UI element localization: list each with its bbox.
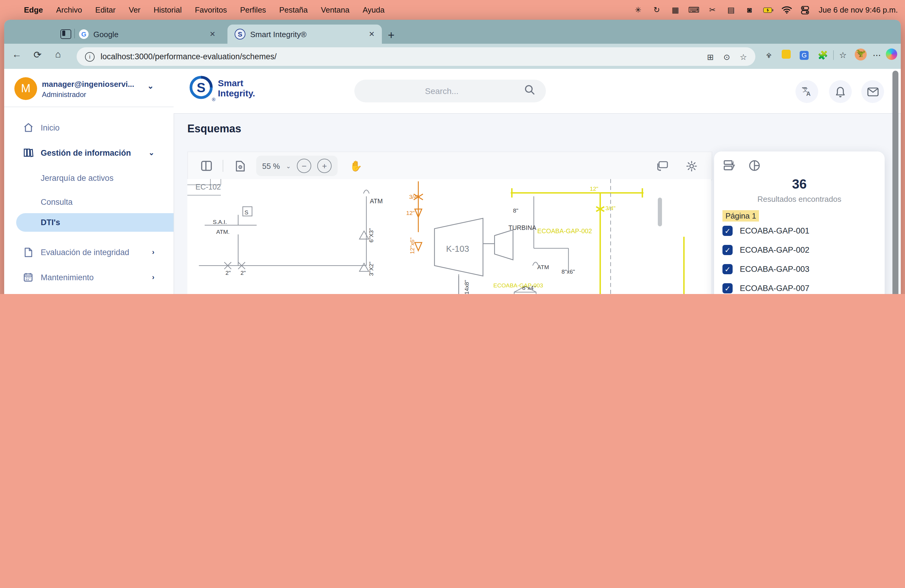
profile-avatar[interactable]: 🦖 bbox=[855, 49, 867, 60]
sidebar-item-consulta[interactable]: Consulta bbox=[4, 193, 173, 211]
reload-icon[interactable]: ⟳ bbox=[33, 49, 41, 60]
favorites-list-icon[interactable]: ☆ bbox=[839, 50, 847, 60]
control-center-icon[interactable] bbox=[800, 5, 810, 15]
sidebar-item-gesti-n-de-informaci-n[interactable]: Gestión de información⌄ bbox=[4, 144, 173, 162]
global-search-input[interactable]: Search... bbox=[354, 79, 546, 102]
user-menu-chevron-icon[interactable]: ⌄ bbox=[147, 81, 154, 91]
home-icon[interactable]: ⌂ bbox=[55, 49, 61, 60]
sidebar-item-evaluaci-n-de-integridad[interactable]: Evaluación de integridad› bbox=[4, 243, 173, 261]
wifi-icon[interactable] bbox=[781, 5, 792, 15]
zoom-level[interactable]: 55 % bbox=[262, 161, 280, 170]
tab-overview-icon[interactable] bbox=[60, 29, 71, 39]
pid-diagram-canvas[interactable]: EC-102ATMS.A.I.ATM.S2"2"6"X3"3"X2"3/4"12… bbox=[187, 179, 711, 294]
diagram-label: K-103 bbox=[446, 244, 469, 254]
panel-toggle-icon[interactable] bbox=[201, 161, 212, 171]
sidebar-item-dti-s[interactable]: DTI's bbox=[4, 213, 173, 231]
comments-icon[interactable] bbox=[657, 161, 668, 171]
scheme-list-icon[interactable] bbox=[724, 160, 736, 174]
diagram-label: 2" bbox=[241, 270, 246, 276]
menu-item-ventana[interactable]: Ventana bbox=[321, 5, 349, 14]
search-placeholder: Search... bbox=[425, 86, 459, 96]
scissors-icon[interactable]: ✂ bbox=[707, 5, 718, 15]
new-tab-button[interactable]: + bbox=[388, 29, 394, 42]
menu-item-historial[interactable]: Historial bbox=[154, 5, 182, 14]
svg-text:®: ® bbox=[212, 97, 216, 102]
extensions-puzzle-icon[interactable]: 🧩 bbox=[818, 50, 828, 60]
pan-hand-icon[interactable]: ✋ bbox=[349, 160, 362, 172]
back-icon[interactable]: ← bbox=[12, 49, 22, 60]
notifications-button[interactable] bbox=[829, 80, 852, 103]
menubar-clock[interactable]: Jue 6 de nov 9:46 p.m. bbox=[819, 5, 898, 14]
zoom-out-button[interactable]: − bbox=[297, 159, 311, 173]
tab-google[interactable]: G Google ✕ bbox=[72, 25, 223, 44]
assistant-icon[interactable]: ↻ bbox=[651, 5, 662, 15]
menu-item-perfiles[interactable]: Perfiles bbox=[240, 5, 266, 14]
books-icon bbox=[23, 148, 33, 157]
chevron-right-icon: › bbox=[152, 248, 154, 256]
svg-text:A: A bbox=[806, 90, 810, 97]
diagram-label: 3/4" bbox=[605, 205, 616, 211]
result-row[interactable]: ✓ECOABA-GAP-007 bbox=[722, 283, 810, 293]
sidebar-item-label: Evaluación de integridad bbox=[41, 248, 129, 257]
menu-item-ayuda[interactable]: Ayuda bbox=[363, 5, 384, 14]
menu-item-ver[interactable]: Ver bbox=[129, 5, 140, 14]
menu-item-editar[interactable]: Editar bbox=[95, 5, 116, 14]
camera-icon[interactable]: ◙ bbox=[744, 5, 754, 15]
clipboard-icon[interactable]: ▤ bbox=[726, 5, 736, 15]
sidebar-item-indicadores[interactable]: Indicadores› bbox=[4, 293, 173, 294]
toolbar-divider bbox=[833, 50, 834, 60]
extension-1-icon[interactable]: 🜍 bbox=[765, 50, 773, 60]
zoom-in-button[interactable]: + bbox=[317, 159, 332, 173]
address-bar[interactable]: i localhost:3000/performance-evaluation/… bbox=[76, 47, 755, 66]
more-circle-icon[interactable]: ⊙ bbox=[723, 52, 730, 61]
copilot-icon[interactable] bbox=[886, 49, 897, 60]
search-icon[interactable] bbox=[524, 84, 535, 98]
openai-icon[interactable]: ✳ bbox=[633, 5, 643, 15]
menu-item-pestaña[interactable]: Pestaña bbox=[279, 5, 308, 14]
diagram-label: 8" bbox=[513, 208, 518, 214]
keyboard-icon[interactable]: ▦ bbox=[670, 5, 680, 15]
document-settings-icon[interactable] bbox=[235, 160, 245, 172]
checkbox-checked-icon[interactable]: ✓ bbox=[722, 245, 733, 255]
zoom-control-group: 55 % ⌄ − + bbox=[256, 156, 338, 176]
close-tab-icon[interactable]: ✕ bbox=[210, 30, 216, 38]
sidebar-item-inicio[interactable]: Inicio bbox=[4, 119, 173, 137]
messages-button[interactable] bbox=[861, 80, 884, 103]
more-options-icon[interactable]: ⋯ bbox=[873, 50, 881, 60]
tab-smart-integrity[interactable]: S Smart Integrity® ✕ bbox=[227, 25, 382, 44]
zoom-chevron-icon[interactable]: ⌄ bbox=[286, 162, 291, 169]
battery-icon[interactable] bbox=[763, 5, 773, 15]
checkbox-checked-icon[interactable]: ✓ bbox=[722, 226, 733, 236]
language-button[interactable]: 文A bbox=[795, 80, 818, 103]
extension-2-icon[interactable] bbox=[782, 50, 791, 60]
result-row[interactable]: ✓ECOABA-GAP-003 bbox=[722, 264, 810, 274]
svg-text:S: S bbox=[197, 80, 205, 95]
chart-view-icon[interactable] bbox=[749, 160, 760, 174]
sidebar-item-jerarqu-a-de-activos[interactable]: Jerarquía de activos bbox=[4, 169, 173, 187]
diagram-label: 6"X3" bbox=[368, 228, 375, 243]
shortcut-panel-icon[interactable]: ⌨ bbox=[689, 5, 699, 15]
page-scrollbar[interactable] bbox=[892, 71, 899, 294]
user-avatar[interactable]: M bbox=[14, 77, 37, 100]
toolbar-divider bbox=[223, 160, 223, 172]
result-row[interactable]: ✓ECOABA-GAP-001 bbox=[722, 226, 810, 236]
favorite-star-icon[interactable]: ☆ bbox=[740, 52, 747, 61]
file-icon bbox=[23, 247, 33, 257]
checkbox-checked-icon[interactable]: ✓ bbox=[722, 283, 733, 293]
chevron-down-icon: ⌄ bbox=[148, 148, 154, 157]
menu-item-favoritos[interactable]: Favoritos bbox=[195, 5, 227, 14]
checkbox-checked-icon[interactable]: ✓ bbox=[722, 264, 733, 274]
site-info-icon[interactable]: i bbox=[85, 52, 95, 61]
settings-gear-icon[interactable] bbox=[686, 160, 697, 172]
menu-item-edge[interactable]: Edge bbox=[24, 5, 43, 14]
result-row[interactable]: ✓ECOABA-GAP-002 bbox=[722, 245, 810, 255]
sidebar-item-mantenimiento[interactable]: Mantenimiento› bbox=[4, 268, 173, 286]
close-tab-icon[interactable]: ✕ bbox=[369, 30, 375, 38]
split-screen-icon[interactable]: ⊞ bbox=[707, 52, 714, 61]
diagram-label: S.A.I. bbox=[213, 219, 227, 225]
menu-item-archivo[interactable]: Archivo bbox=[56, 5, 82, 14]
result-label: ECOABA-GAP-001 bbox=[740, 226, 810, 235]
diagram-vertical-scrollbar[interactable] bbox=[658, 198, 662, 226]
translate-extension-icon[interactable]: G bbox=[800, 50, 809, 60]
results-count: 36 bbox=[714, 176, 884, 192]
